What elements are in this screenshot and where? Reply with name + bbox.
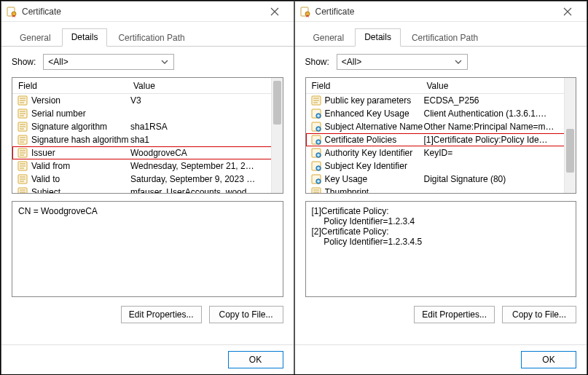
tab-details[interactable]: Details: [355, 28, 401, 47]
show-combobox[interactable]: <All>: [43, 54, 174, 70]
property-icon: [17, 108, 28, 119]
list-row[interactable]: Signature algorithmsha1RSA: [12, 120, 283, 133]
list-row[interactable]: VersionV3: [12, 94, 283, 107]
ok-button[interactable]: OK: [521, 351, 576, 368]
row-value: mfauser, UserAccounts, wood…: [130, 187, 283, 194]
copy-to-file-button[interactable]: Copy to File...: [209, 306, 283, 323]
close-icon: [563, 7, 572, 16]
window-title: Certificate: [315, 7, 554, 17]
row-field: Valid to: [31, 174, 130, 184]
tab-strip: General Details Certification Path: [295, 22, 587, 47]
list-row[interactable]: Valid fromWednesday, September 21, 2…: [12, 159, 283, 173]
show-value: <All>: [342, 57, 361, 67]
detail-text: CN = WoodgroveCA: [12, 201, 283, 297]
property-icon: [17, 134, 28, 146]
list-row[interactable]: Subject Key Identifier: [306, 159, 576, 173]
edit-properties-button[interactable]: Edit Properties...: [414, 306, 495, 323]
show-label: Show:: [305, 57, 329, 67]
list-row[interactable]: IssuerWoodgroveCA: [12, 146, 283, 159]
row-field: Subject Alternative Name: [325, 122, 424, 132]
detail-text: [1]Certificate Policy: Policy Identifier…: [305, 201, 577, 297]
property-icon: [17, 147, 28, 159]
list-row[interactable]: Enhanced Key UsageClient Authentication …: [306, 107, 576, 120]
show-value: <All>: [48, 57, 68, 67]
row-field: Serial number: [31, 108, 130, 119]
list-row[interactable]: Subject Alternative NameOther Name:Princ…: [306, 120, 576, 133]
row-field: Signature hash algorithm: [31, 135, 130, 145]
tab-certification-path[interactable]: Certification Path: [109, 29, 194, 47]
extension-icon: [310, 108, 322, 119]
tab-general[interactable]: General: [10, 29, 60, 47]
copy-to-file-button[interactable]: Copy to File...: [502, 306, 576, 323]
row-field: Subject: [31, 187, 130, 194]
scrollbar-thumb[interactable]: [273, 81, 281, 125]
chevron-down-icon: [160, 58, 170, 68]
show-combobox[interactable]: <All>: [337, 54, 468, 70]
row-field: Thumbprint: [325, 187, 424, 194]
row-value: sha1: [130, 135, 283, 145]
column-header-field[interactable]: Field: [306, 81, 423, 91]
show-label: Show:: [12, 57, 36, 67]
row-field: Subject Key Identifier: [325, 161, 424, 171]
scrollbar[interactable]: [271, 78, 283, 193]
row-field: Certificate Policies: [325, 135, 424, 145]
svg-rect-30: [18, 188, 27, 194]
property-icon: [310, 186, 322, 194]
row-value: V3: [130, 95, 283, 106]
svg-rect-52: [312, 188, 321, 194]
list-row[interactable]: Public key parametersECDSA_P256: [306, 94, 576, 107]
row-field: Version: [31, 95, 130, 106]
property-icon: [17, 186, 28, 194]
list-row[interactable]: Valid toSaturday, September 9, 2023 …: [12, 173, 283, 186]
extension-icon: [310, 147, 322, 159]
row-field: Authority Key Identifier: [325, 148, 424, 158]
tab-general[interactable]: General: [304, 29, 354, 47]
list-row[interactable]: Authority Key IdentifierKeyID=: [306, 146, 576, 159]
certificate-icon: [299, 6, 311, 17]
tab-certification-path[interactable]: Certification Path: [402, 29, 487, 47]
scrollbar-thumb[interactable]: [566, 129, 574, 173]
row-value: KeyID=: [424, 148, 576, 158]
property-icon: [17, 160, 28, 172]
field-list[interactable]: Field Value VersionV3Serial numberSignat…: [12, 77, 283, 194]
row-field: Enhanced Key Usage: [325, 108, 424, 119]
row-value: Saturday, September 9, 2023 …: [130, 174, 283, 184]
chevron-down-icon: [454, 58, 464, 68]
close-button[interactable]: [553, 3, 582, 20]
row-value: WoodgroveCA: [130, 148, 283, 158]
extension-icon: [310, 160, 322, 172]
column-header-field[interactable]: Field: [12, 81, 129, 91]
property-icon: [17, 173, 28, 185]
close-icon: [270, 7, 279, 16]
certificate-icon: [6, 6, 17, 17]
list-row[interactable]: Key UsageDigital Signature (80): [306, 173, 576, 186]
list-header: Field Value: [306, 78, 576, 94]
property-icon: [17, 95, 28, 106]
window-title: Certificate: [22, 7, 260, 17]
row-value: sha1RSA: [130, 122, 283, 132]
tab-strip: General Details Certification Path: [1, 22, 294, 47]
list-row[interactable]: Certificate Policies[1]Certificate Polic…: [306, 133, 576, 146]
edit-properties-button[interactable]: Edit Properties...: [121, 306, 202, 323]
scrollbar[interactable]: [564, 78, 576, 193]
list-row[interactable]: Signature hash algorithmsha1: [12, 133, 283, 146]
row-field: Signature algorithm: [31, 122, 130, 132]
close-button[interactable]: [260, 3, 289, 20]
list-row[interactable]: Serial number: [12, 107, 283, 120]
row-field: Valid from: [31, 161, 130, 171]
row-field: Key Usage: [325, 174, 424, 184]
list-row[interactable]: Thumbprint: [306, 186, 576, 194]
field-list[interactable]: Field Value Public key parametersECDSA_P…: [305, 77, 577, 194]
property-icon: [310, 95, 322, 106]
ok-button[interactable]: OK: [228, 351, 283, 368]
row-value: [1]Certificate Policy:Policy Ide…: [424, 135, 576, 145]
certificate-dialog-left: Certificate General Details Certificatio…: [1, 1, 294, 375]
tab-details[interactable]: Details: [62, 28, 108, 47]
column-header-value[interactable]: Value: [423, 81, 576, 91]
column-header-value[interactable]: Value: [129, 81, 283, 91]
list-row[interactable]: Subjectmfauser, UserAccounts, wood…: [12, 186, 283, 194]
extension-icon: [310, 134, 322, 146]
list-header: Field Value: [12, 78, 283, 94]
titlebar: Certificate: [1, 1, 294, 22]
row-value: ECDSA_P256: [424, 95, 576, 106]
